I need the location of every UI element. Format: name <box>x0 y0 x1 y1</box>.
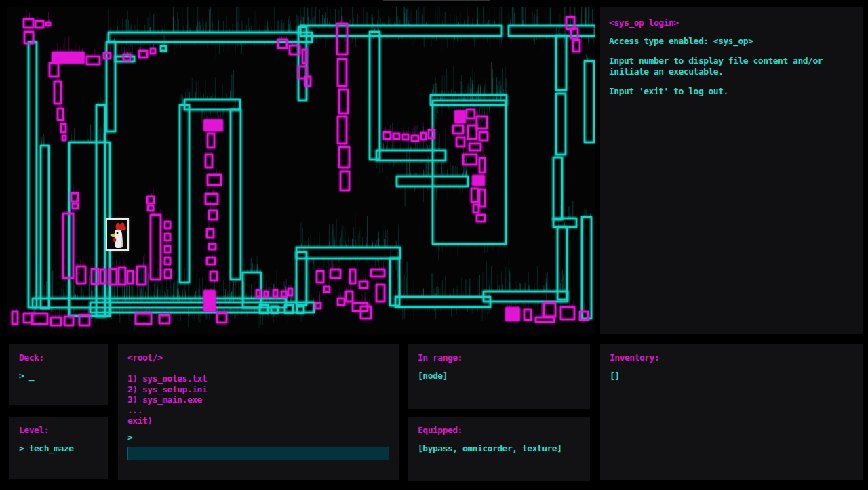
deck-value: > _ <box>19 371 99 381</box>
root-title: <root/> <box>127 353 389 363</box>
game-page: { "colors": { "text_magenta": "#d818cc",… <box>0 0 868 490</box>
in-range-panel: In range: [node] <box>408 344 590 409</box>
file-list-item: ... <box>127 405 389 416</box>
rooster-icon <box>107 220 127 249</box>
maze-canvas <box>7 7 595 334</box>
inventory-panel: Inventory: [] <box>600 344 863 480</box>
chicken-eye <box>117 232 119 234</box>
command-input[interactable] <box>127 447 389 460</box>
maze-walls <box>12 7 595 331</box>
file-list-item: 2) sys_setup.ini <box>127 384 389 395</box>
chicken-wattle <box>113 238 116 242</box>
terminal-output-panel: <sys_op login> Access type enabled: <sys… <box>600 7 863 334</box>
deck-label: Deck: <box>19 353 99 363</box>
file-list-item: exit) <box>127 415 389 426</box>
console-prompt: > <box>127 433 389 443</box>
in-range-label: In range: <box>418 353 580 363</box>
player-chicken-sprite <box>106 218 129 251</box>
terminal-login-title: <sys_op login> <box>609 18 854 28</box>
inventory-value: [] <box>610 371 853 381</box>
level-panel: Level: > tech_maze <box>9 417 108 479</box>
window-chrome-remnant <box>383 0 490 1</box>
root-console-panel: <root/> 1) sys_notes.txt2) sys_setup.ini… <box>118 344 399 480</box>
terminal-line: Input number to display file content and… <box>609 56 854 77</box>
inventory-label: Inventory: <box>610 353 853 363</box>
equipped-value: [bypass, omnicorder, texture] <box>418 444 580 453</box>
deck-cursor: _ <box>29 371 34 381</box>
deck-panel: Deck: > _ <box>9 344 108 405</box>
root-file-list: 1) sys_notes.txt2) sys_setup.ini3) sys_m… <box>127 373 389 426</box>
level-prompt: > <box>19 443 24 453</box>
level-name: tech_maze <box>29 443 74 453</box>
in-range-value: [node] <box>418 371 580 381</box>
terminal-lines: Access type enabled: <sys_op>Input numbe… <box>609 36 854 97</box>
equipped-panel: Equipped: [bypass, omnicorder, texture] <box>408 417 590 481</box>
terminal-line: Input 'exit' to log out. <box>609 86 854 97</box>
level-value: > tech_maze <box>19 444 99 453</box>
maze-viewport <box>7 7 595 334</box>
file-list-item: 3) sys_main.exe <box>127 394 389 405</box>
terminal-line: Access type enabled: <sys_op> <box>609 36 854 47</box>
chicken-beak <box>110 233 115 238</box>
deck-prompt: > <box>19 371 24 381</box>
file-list-item: 1) sys_notes.txt <box>127 373 389 384</box>
equipped-label: Equipped: <box>418 426 580 435</box>
level-label: Level: <box>19 426 99 435</box>
